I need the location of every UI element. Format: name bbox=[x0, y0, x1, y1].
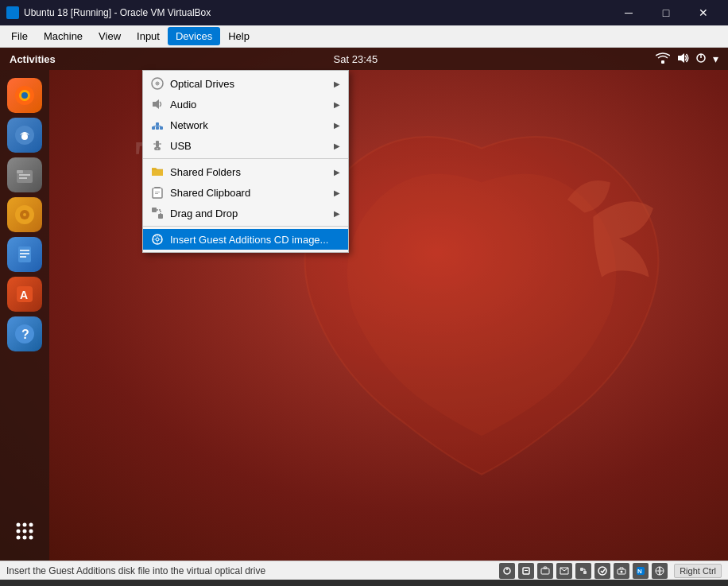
ubuntu-clock: Sat 23:45 bbox=[334, 53, 378, 65]
svg-point-51 bbox=[157, 148, 158, 149]
shared-folders-arrow: ▶ bbox=[334, 168, 340, 177]
svg-rect-41 bbox=[156, 126, 159, 130]
status-icon-5[interactable] bbox=[575, 563, 591, 579]
status-icon-globe[interactable] bbox=[652, 563, 668, 579]
window-title: Ubuntu 18 [Running] - Oracle VM VirtualB… bbox=[24, 7, 610, 18]
insert-guest-label: Insert Guest Additions CD image... bbox=[170, 234, 340, 246]
dock-files[interactable] bbox=[7, 157, 42, 192]
svg-rect-50 bbox=[159, 143, 161, 145]
status-icon-6[interactable] bbox=[594, 563, 610, 579]
dock-sound-juicer[interactable] bbox=[7, 197, 42, 232]
dock-apps-grid[interactable] bbox=[15, 522, 34, 545]
minimize-button[interactable]: ─ bbox=[610, 0, 647, 25]
svg-line-46 bbox=[157, 126, 161, 126]
title-bar: Ubuntu 18 [Running] - Oracle VM VirtualB… bbox=[0, 0, 728, 25]
svg-rect-69 bbox=[583, 571, 587, 574]
menu-insert-guest-additions[interactable]: Insert Guest Additions CD image... bbox=[143, 229, 348, 250]
menu-network[interactable]: Network ▶ bbox=[143, 114, 348, 135]
devices-dropdown-menu: Optical Drives ▶ Audio ▶ bbox=[142, 70, 349, 253]
svg-rect-4 bbox=[661, 60, 664, 64]
menu-help[interactable]: Help bbox=[220, 27, 258, 45]
svg-rect-40 bbox=[152, 126, 155, 130]
status-icon-8[interactable]: N bbox=[633, 563, 649, 579]
menu-audio[interactable]: Audio ▶ bbox=[143, 94, 348, 114]
svg-point-36 bbox=[29, 536, 33, 540]
usb-icon bbox=[151, 139, 164, 152]
dock-help[interactable]: ? bbox=[7, 316, 42, 351]
svg-point-28 bbox=[17, 523, 21, 527]
menu-drag-and-drop[interactable]: Drag and Drop ▶ bbox=[143, 203, 348, 223]
menu-file[interactable]: File bbox=[3, 27, 36, 45]
status-text: Insert the Guest Additions disk file int… bbox=[6, 565, 499, 576]
svg-rect-21 bbox=[20, 250, 29, 251]
status-tray: N Right Ctrl bbox=[499, 563, 722, 579]
svg-point-32 bbox=[23, 530, 27, 534]
shared-clipboard-label: Shared Clipboard bbox=[170, 187, 327, 199]
drag-and-drop-arrow: ▶ bbox=[334, 209, 340, 218]
status-icon-4[interactable] bbox=[556, 563, 572, 579]
menu-devices[interactable]: Devices bbox=[168, 27, 220, 45]
menu-optical-drives[interactable]: Optical Drives ▶ bbox=[143, 73, 348, 94]
app-icon bbox=[6, 6, 19, 19]
ubuntu-tray: ▾ bbox=[656, 52, 718, 66]
status-icon-3[interactable] bbox=[537, 563, 553, 579]
status-icon-2[interactable] bbox=[518, 563, 534, 579]
usb-arrow: ▶ bbox=[334, 142, 340, 150]
ubuntu-desktop[interactable]: Activities Sat 23:45 bbox=[0, 48, 728, 561]
drag-and-drop-icon bbox=[151, 207, 164, 219]
svg-rect-3 bbox=[14, 14, 17, 17]
menu-machine[interactable]: Machine bbox=[36, 27, 91, 45]
svg-rect-56 bbox=[155, 193, 158, 194]
svg-point-70 bbox=[598, 567, 606, 575]
svg-rect-64 bbox=[525, 570, 528, 571]
menu-shared-folders[interactable]: Shared Folders ▶ bbox=[143, 161, 348, 182]
svg-point-34 bbox=[17, 536, 21, 540]
svg-point-35 bbox=[23, 536, 27, 540]
svg-rect-0 bbox=[8, 8, 12, 12]
separator-2 bbox=[143, 226, 348, 227]
svg-text:?: ? bbox=[21, 328, 29, 341]
status-icon-1[interactable] bbox=[499, 563, 515, 579]
svg-text:A: A bbox=[20, 289, 28, 301]
svg-rect-16 bbox=[19, 177, 27, 179]
dock-firefox[interactable] bbox=[7, 78, 42, 113]
dock-writer[interactable] bbox=[7, 237, 42, 272]
svg-point-33 bbox=[29, 530, 33, 534]
svg-point-60 bbox=[156, 238, 159, 241]
right-ctrl-label: Right Ctrl bbox=[674, 564, 722, 578]
menu-view[interactable]: View bbox=[91, 27, 129, 45]
svg-rect-2 bbox=[8, 14, 12, 17]
svg-rect-57 bbox=[152, 208, 157, 212]
menu-input[interactable]: Input bbox=[129, 27, 168, 45]
menu-usb[interactable]: USB ▶ bbox=[143, 135, 348, 156]
menu-shared-clipboard[interactable]: Shared Clipboard ▶ bbox=[143, 182, 348, 203]
chevron-down-icon[interactable]: ▾ bbox=[713, 52, 718, 65]
volume-tray-icon[interactable] bbox=[676, 52, 689, 66]
activities-label[interactable]: Activities bbox=[10, 53, 56, 65]
svg-point-19 bbox=[23, 213, 26, 216]
network-icon bbox=[151, 118, 164, 131]
svg-rect-22 bbox=[20, 253, 29, 254]
optical-drives-label: Optical Drives bbox=[170, 78, 327, 90]
dock-appstore[interactable]: A bbox=[7, 277, 42, 312]
network-tray-icon[interactable] bbox=[656, 52, 670, 66]
network-arrow: ▶ bbox=[334, 121, 340, 130]
svg-point-31 bbox=[17, 530, 21, 534]
close-button[interactable]: ✕ bbox=[685, 0, 722, 25]
audio-arrow: ▶ bbox=[334, 100, 340, 109]
audio-icon bbox=[151, 98, 164, 111]
power-tray-icon[interactable] bbox=[695, 52, 707, 66]
status-icon-7[interactable] bbox=[614, 563, 629, 579]
svg-point-29 bbox=[23, 523, 27, 527]
window-controls: ─ □ ✕ bbox=[610, 0, 722, 25]
svg-rect-42 bbox=[160, 126, 163, 130]
svg-rect-54 bbox=[153, 188, 161, 197]
dock-thunderbird[interactable] bbox=[7, 118, 42, 153]
svg-point-62 bbox=[506, 569, 508, 570]
network-label: Network bbox=[170, 119, 327, 131]
svg-rect-15 bbox=[19, 174, 30, 176]
drag-and-drop-label: Drag and Drop bbox=[170, 208, 327, 219]
maximize-button[interactable]: □ bbox=[648, 0, 684, 25]
svg-point-10 bbox=[21, 92, 28, 99]
svg-rect-58 bbox=[158, 214, 163, 219]
